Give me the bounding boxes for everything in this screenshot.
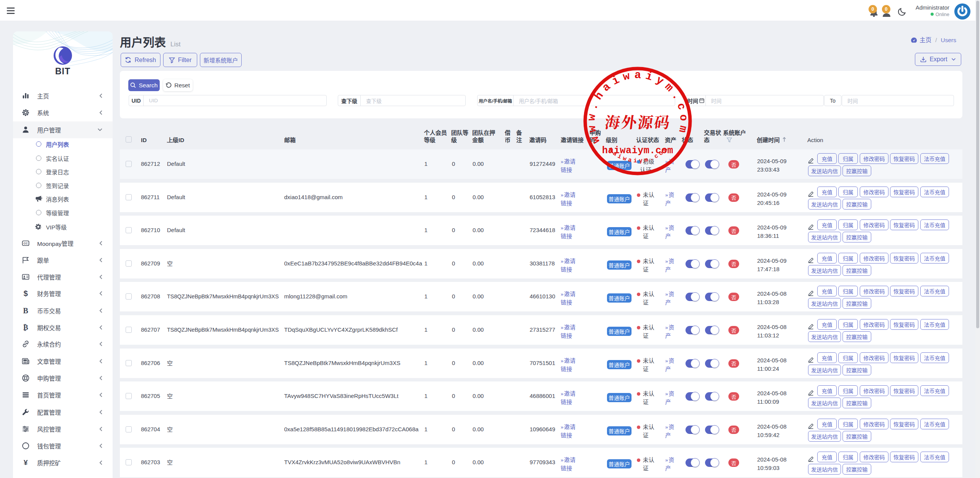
svg-text:海外源码: 海外源码: [604, 110, 672, 132]
svg-text:CC: CC: [24, 242, 28, 245]
svg-text:haiwaiym.com: haiwaiym.com: [602, 145, 673, 156]
svg-text:www.haiwaiym.com: www.haiwaiym.com: [585, 69, 690, 146]
